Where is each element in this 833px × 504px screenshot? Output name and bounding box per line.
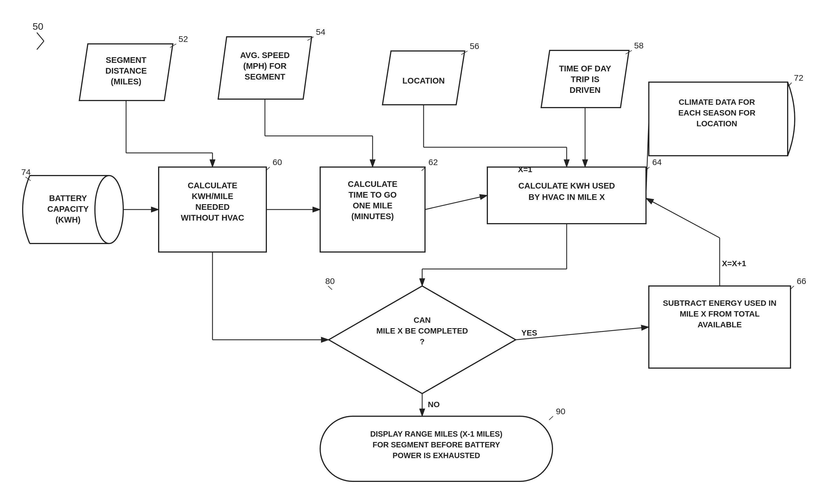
ref-60-label: 60 [272,157,282,167]
xplus1-label: X=X+1 [722,259,746,268]
svg-text:(MPH) FOR: (MPH) FOR [243,61,286,71]
svg-text:?: ? [420,337,424,346]
svg-line-2 [37,32,44,41]
svg-text:SEGMENT: SEGMENT [244,72,285,81]
svg-text:MILE X BE COMPLETED: MILE X BE COMPLETED [376,326,468,335]
svg-line-60 [328,286,332,289]
svg-text:TIME TO GO: TIME TO GO [349,190,397,199]
ref-66-label: 66 [797,276,806,286]
no-label: NO [428,400,440,409]
svg-text:DISTANCE: DISTANCE [105,66,147,75]
svg-text:SEGMENT: SEGMENT [106,55,146,65]
svg-line-78 [425,195,487,209]
svg-text:CAN: CAN [414,316,431,325]
yes-label: YES [521,328,537,337]
svg-text:BATTERY: BATTERY [49,194,87,203]
svg-text:KWH/MILE: KWH/MILE [192,192,234,201]
svg-text:NEEDED: NEEDED [195,202,230,211]
ref-54-label: 54 [316,27,325,36]
ref-50-label: 50 [32,21,43,32]
svg-line-79 [646,119,649,195]
svg-text:POWER IS EXHAUSTED: POWER IS EXHAUSTED [392,451,480,460]
svg-text:CALCULATE KWH USED: CALCULATE KWH USED [519,181,615,190]
svg-text:SUBTRACT ENERGY USED IN: SUBTRACT ENERGY USED IN [663,299,777,307]
svg-text:CALCULATE: CALCULATE [348,179,397,188]
ref-80-label: 80 [325,276,335,286]
x1-label: X=1 [518,165,532,174]
ref-74-label: 74 [21,167,31,177]
svg-text:MILE X FROM TOTAL: MILE X FROM TOTAL [680,309,760,318]
ref-90-label: 90 [556,407,565,416]
svg-line-3 [37,41,44,50]
svg-text:ONE MILE: ONE MILE [353,201,392,210]
svg-text:TIME OF DAY: TIME OF DAY [559,64,611,73]
svg-text:EACH SEASON FOR: EACH SEASON FOR [678,108,755,117]
svg-point-28 [95,176,123,244]
svg-text:CAPACITY: CAPACITY [47,204,89,213]
svg-text:CALCULATE: CALCULATE [188,181,237,190]
ref-72-label: 72 [794,73,803,82]
svg-rect-22 [649,82,788,156]
ref-52-label: 52 [178,34,188,44]
svg-text:TRIP IS: TRIP IS [571,75,599,84]
svg-text:AVAILABLE: AVAILABLE [697,320,742,329]
ref-58-label: 58 [634,41,643,50]
ref-62-label: 62 [428,157,438,167]
svg-text:(MINUTES): (MINUTES) [351,212,394,221]
svg-text:DRIVEN: DRIVEN [570,85,601,95]
svg-text:DISPLAY RANGE MILES (X-1 MILES: DISPLAY RANGE MILES (X-1 MILES) [370,430,503,438]
svg-text:LOCATION: LOCATION [402,76,445,85]
svg-text:CLIMATE DATA FOR: CLIMATE DATA FOR [679,98,755,106]
ref-56-label: 56 [470,41,479,51]
svg-text:(MILES): (MILES) [111,77,141,86]
svg-text:BY HVAC IN MILE X: BY HVAC IN MILE X [528,193,605,202]
svg-text:WITHOUT HVAC: WITHOUT HVAC [181,213,244,222]
svg-text:FOR SEGMENT BEFORE BATTERY: FOR SEGMENT BEFORE BATTERY [373,440,500,449]
svg-text:AVG. SPEED: AVG. SPEED [240,51,290,60]
ref-64-label: 64 [652,157,662,167]
svg-line-88 [646,198,720,238]
svg-text:(KWH): (KWH) [55,215,81,224]
svg-line-65 [549,416,553,420]
flowchart-diagram: 50 SEGMENT DISTANCE (MILES) 52 AVG. SPEE… [0,0,833,504]
svg-text:LOCATION: LOCATION [696,119,737,128]
